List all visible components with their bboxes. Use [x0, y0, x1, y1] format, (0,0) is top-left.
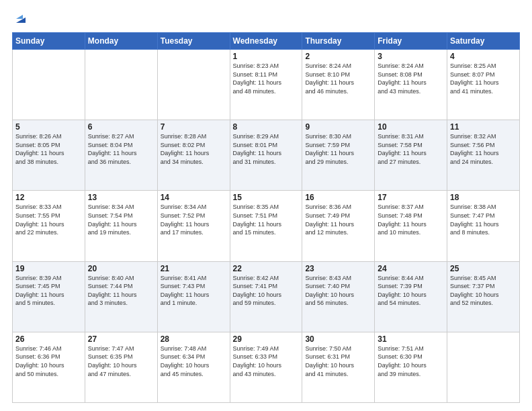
- day-info: Sunrise: 8:41 AM Sunset: 7:43 PM Dayligh…: [161, 274, 227, 308]
- calendar-cell: 28Sunrise: 7:48 AM Sunset: 6:34 PM Dayli…: [157, 332, 230, 402]
- day-of-week-header: Tuesday: [157, 33, 230, 50]
- day-info: Sunrise: 7:48 AM Sunset: 6:34 PM Dayligh…: [161, 345, 227, 378]
- calendar-cell: 17Sunrise: 8:37 AM Sunset: 7:48 PM Dayli…: [375, 191, 447, 261]
- calendar-cell: 5Sunrise: 8:26 AM Sunset: 8:05 PM Daylig…: [13, 120, 85, 191]
- day-number: 22: [233, 264, 300, 273]
- calendar-cell: 4Sunrise: 8:25 AM Sunset: 8:07 PM Daylig…: [447, 50, 520, 120]
- day-number: 20: [88, 264, 154, 273]
- day-info: Sunrise: 7:46 AM Sunset: 6:36 PM Dayligh…: [15, 345, 82, 378]
- day-number: 16: [305, 193, 371, 202]
- calendar-cell: 16Sunrise: 8:36 AM Sunset: 7:49 PM Dayli…: [302, 191, 375, 261]
- day-info: Sunrise: 8:36 AM Sunset: 7:49 PM Dayligh…: [305, 203, 371, 236]
- day-number: 3: [378, 52, 444, 61]
- day-number: 1: [233, 52, 300, 61]
- day-number: 2: [305, 52, 371, 61]
- day-info: Sunrise: 8:27 AM Sunset: 8:04 PM Dayligh…: [88, 132, 154, 166]
- calendar-cell: 3Sunrise: 8:24 AM Sunset: 8:08 PM Daylig…: [375, 50, 447, 120]
- calendar-header-row: SundayMondayTuesdayWednesdayThursdayFrid…: [13, 33, 520, 50]
- day-number: 28: [161, 334, 227, 344]
- day-info: Sunrise: 8:42 AM Sunset: 7:41 PM Dayligh…: [233, 274, 300, 308]
- day-info: Sunrise: 7:49 AM Sunset: 6:33 PM Dayligh…: [233, 345, 300, 378]
- calendar-cell: 10Sunrise: 8:31 AM Sunset: 7:58 PM Dayli…: [375, 120, 447, 191]
- day-info: Sunrise: 8:40 AM Sunset: 7:44 PM Dayligh…: [88, 274, 154, 308]
- day-info: Sunrise: 8:35 AM Sunset: 7:51 PM Dayligh…: [233, 203, 300, 236]
- calendar-cell: 7Sunrise: 8:28 AM Sunset: 8:02 PM Daylig…: [157, 120, 230, 191]
- calendar-cell: 31Sunrise: 7:51 AM Sunset: 6:30 PM Dayli…: [375, 332, 447, 402]
- day-number: 10: [378, 122, 444, 132]
- calendar-cell: 18Sunrise: 8:38 AM Sunset: 7:47 PM Dayli…: [447, 191, 520, 261]
- calendar-cell: 1Sunrise: 8:23 AM Sunset: 8:11 PM Daylig…: [230, 50, 302, 120]
- day-info: Sunrise: 7:47 AM Sunset: 6:35 PM Dayligh…: [88, 345, 154, 378]
- calendar-cell: [85, 50, 157, 120]
- day-number: 4: [450, 52, 517, 61]
- day-of-week-header: Sunday: [13, 33, 85, 50]
- calendar-cell: 19Sunrise: 8:39 AM Sunset: 7:45 PM Dayli…: [13, 261, 85, 332]
- day-number: 19: [15, 264, 82, 273]
- day-number: 18: [450, 193, 517, 202]
- calendar-cell: 22Sunrise: 8:42 AM Sunset: 7:41 PM Dayli…: [230, 261, 302, 332]
- day-number: 29: [233, 334, 300, 344]
- calendar-cell: 26Sunrise: 7:46 AM Sunset: 6:36 PM Dayli…: [13, 332, 85, 402]
- calendar-cell: 21Sunrise: 8:41 AM Sunset: 7:43 PM Dayli…: [157, 261, 230, 332]
- day-info: Sunrise: 8:24 AM Sunset: 8:10 PM Dayligh…: [305, 62, 371, 95]
- calendar-week-row: 12Sunrise: 8:33 AM Sunset: 7:55 PM Dayli…: [13, 191, 520, 261]
- day-info: Sunrise: 8:33 AM Sunset: 7:55 PM Dayligh…: [15, 203, 82, 236]
- day-info: Sunrise: 8:45 AM Sunset: 7:37 PM Dayligh…: [450, 274, 517, 308]
- calendar-cell: [157, 50, 230, 120]
- day-info: Sunrise: 8:30 AM Sunset: 7:59 PM Dayligh…: [305, 132, 371, 166]
- header: [12, 11, 520, 26]
- day-info: Sunrise: 8:34 AM Sunset: 7:54 PM Dayligh…: [88, 203, 154, 236]
- day-number: 7: [161, 122, 227, 132]
- calendar: SundayMondayTuesdayWednesdayThursdayFrid…: [12, 32, 520, 403]
- calendar-week-row: 5Sunrise: 8:26 AM Sunset: 8:05 PM Daylig…: [13, 120, 520, 191]
- day-info: Sunrise: 8:43 AM Sunset: 7:40 PM Dayligh…: [305, 274, 371, 308]
- calendar-cell: 15Sunrise: 8:35 AM Sunset: 7:51 PM Dayli…: [230, 191, 302, 261]
- calendar-cell: [447, 332, 520, 402]
- day-info: Sunrise: 8:38 AM Sunset: 7:47 PM Dayligh…: [450, 203, 517, 236]
- day-number: 14: [161, 193, 227, 202]
- day-number: 24: [378, 264, 444, 273]
- day-number: 9: [305, 122, 371, 132]
- day-number: 31: [378, 334, 444, 344]
- day-number: 6: [88, 122, 154, 132]
- day-number: 15: [233, 193, 300, 202]
- calendar-cell: 11Sunrise: 8:32 AM Sunset: 7:56 PM Dayli…: [447, 120, 520, 191]
- calendar-cell: 13Sunrise: 8:34 AM Sunset: 7:54 PM Dayli…: [85, 191, 157, 261]
- day-info: Sunrise: 8:23 AM Sunset: 8:11 PM Dayligh…: [233, 62, 300, 95]
- day-number: 13: [88, 193, 154, 202]
- day-number: 12: [15, 193, 82, 202]
- logo-icon: [13, 11, 28, 26]
- day-info: Sunrise: 8:39 AM Sunset: 7:45 PM Dayligh…: [15, 274, 82, 308]
- calendar-cell: 27Sunrise: 7:47 AM Sunset: 6:35 PM Dayli…: [85, 332, 157, 402]
- day-info: Sunrise: 7:51 AM Sunset: 6:30 PM Dayligh…: [378, 345, 444, 378]
- day-info: Sunrise: 8:24 AM Sunset: 8:08 PM Dayligh…: [378, 62, 444, 95]
- day-of-week-header: Thursday: [302, 33, 375, 50]
- logo: [12, 11, 28, 26]
- day-of-week-header: Monday: [85, 33, 157, 50]
- day-number: 8: [233, 122, 300, 132]
- calendar-cell: 12Sunrise: 8:33 AM Sunset: 7:55 PM Dayli…: [13, 191, 85, 261]
- calendar-cell: 20Sunrise: 8:40 AM Sunset: 7:44 PM Dayli…: [85, 261, 157, 332]
- svg-marker-1: [16, 15, 23, 19]
- day-number: 21: [161, 264, 227, 273]
- calendar-cell: 14Sunrise: 8:34 AM Sunset: 7:52 PM Dayli…: [157, 191, 230, 261]
- day-info: Sunrise: 8:26 AM Sunset: 8:05 PM Dayligh…: [15, 132, 82, 166]
- day-info: Sunrise: 8:34 AM Sunset: 7:52 PM Dayligh…: [161, 203, 227, 236]
- day-number: 30: [305, 334, 371, 344]
- page: SundayMondayTuesdayWednesdayThursdayFrid…: [0, 0, 532, 411]
- day-number: 11: [450, 122, 517, 132]
- day-info: Sunrise: 8:31 AM Sunset: 7:58 PM Dayligh…: [378, 132, 444, 166]
- calendar-cell: 2Sunrise: 8:24 AM Sunset: 8:10 PM Daylig…: [302, 50, 375, 120]
- calendar-cell: 6Sunrise: 8:27 AM Sunset: 8:04 PM Daylig…: [85, 120, 157, 191]
- calendar-cell: 29Sunrise: 7:49 AM Sunset: 6:33 PM Dayli…: [230, 332, 302, 402]
- day-info: Sunrise: 8:25 AM Sunset: 8:07 PM Dayligh…: [450, 62, 517, 95]
- calendar-cell: 25Sunrise: 8:45 AM Sunset: 7:37 PM Dayli…: [447, 261, 520, 332]
- day-info: Sunrise: 8:28 AM Sunset: 8:02 PM Dayligh…: [161, 132, 227, 166]
- calendar-cell: 30Sunrise: 7:50 AM Sunset: 6:31 PM Dayli…: [302, 332, 375, 402]
- calendar-cell: 9Sunrise: 8:30 AM Sunset: 7:59 PM Daylig…: [302, 120, 375, 191]
- day-info: Sunrise: 8:44 AM Sunset: 7:39 PM Dayligh…: [378, 274, 444, 308]
- day-info: Sunrise: 8:29 AM Sunset: 8:01 PM Dayligh…: [233, 132, 300, 166]
- day-number: 23: [305, 264, 371, 273]
- calendar-cell: 8Sunrise: 8:29 AM Sunset: 8:01 PM Daylig…: [230, 120, 302, 191]
- day-number: 26: [15, 334, 82, 344]
